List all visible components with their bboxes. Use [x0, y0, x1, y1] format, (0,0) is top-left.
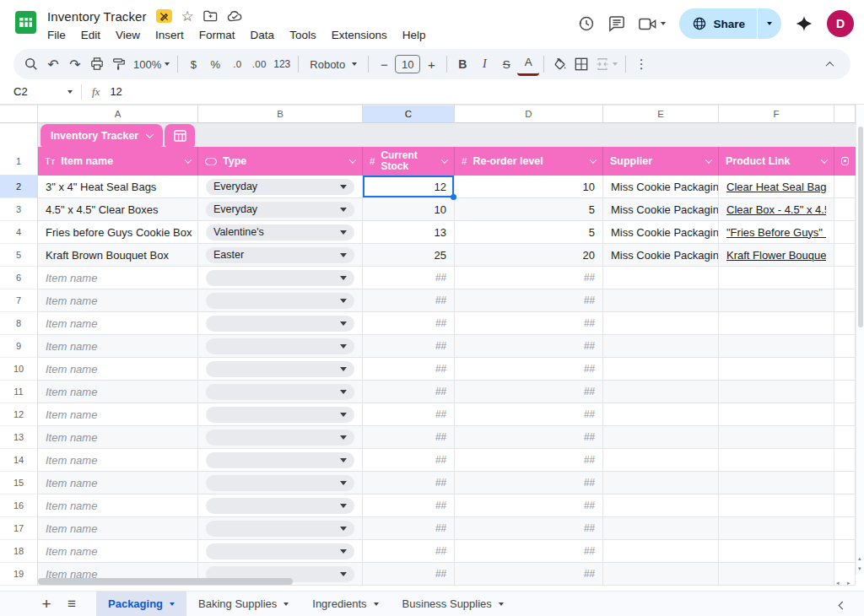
cell-F17[interactable]	[719, 517, 834, 540]
meet-dropdown-icon[interactable]	[661, 22, 666, 25]
row-header-12[interactable]: 12	[0, 403, 38, 426]
cell-C19[interactable]: ##	[363, 563, 455, 586]
cell-E15[interactable]	[603, 472, 719, 494]
cell-E2[interactable]: Miss Cookie Packaging	[603, 176, 719, 198]
row-header-5[interactable]: 5	[0, 244, 38, 267]
cell-C12[interactable]: ##	[363, 403, 455, 426]
name-box[interactable]: C2	[0, 85, 81, 98]
cell-G13[interactable]	[834, 426, 856, 449]
header-type[interactable]: Type	[198, 147, 363, 176]
cell-G12[interactable]	[834, 403, 856, 426]
add-sheet-icon[interactable]: +	[34, 592, 59, 616]
cell-A9[interactable]: Item name	[38, 335, 198, 358]
row-header-18[interactable]: 18	[0, 540, 38, 563]
cell-E4[interactable]: Miss Cookie Packaging	[603, 221, 719, 244]
font-size-input[interactable]: 10	[395, 55, 420, 73]
column-header-D[interactable]: D	[455, 105, 603, 123]
increase-decimal-button[interactable]: .00	[248, 52, 270, 76]
type-dropdown-16[interactable]	[206, 498, 354, 514]
type-dropdown-11[interactable]	[206, 384, 354, 400]
cell-A7[interactable]: Item name	[38, 289, 198, 312]
menu-extensions[interactable]: Extensions	[324, 28, 395, 42]
menu-file[interactable]: File	[47, 28, 73, 42]
cell-A18[interactable]: Item name	[38, 540, 198, 563]
type-dropdown-15[interactable]	[206, 475, 354, 491]
cell-G18[interactable]	[834, 540, 856, 563]
cell-D6[interactable]: ##	[455, 267, 603, 289]
cell-B9[interactable]	[198, 335, 363, 358]
cell-D13[interactable]: ##	[455, 426, 603, 449]
row-header-19[interactable]: 19	[0, 563, 38, 586]
borders-icon[interactable]	[570, 52, 592, 76]
header-extra-column[interactable]	[834, 147, 856, 176]
sheets-logo-icon[interactable]	[14, 11, 37, 34]
cell-C17[interactable]: ##	[363, 517, 455, 540]
cell-D18[interactable]: ##	[455, 540, 603, 563]
horizontal-scrollbar-thumb[interactable]	[38, 578, 293, 585]
cell-D9[interactable]: ##	[455, 335, 603, 358]
product-link[interactable]: "Fries Before Guys" Frenc	[726, 226, 826, 239]
cell-B16[interactable]	[198, 494, 363, 517]
cell-C9[interactable]: ##	[363, 335, 455, 358]
type-dropdown-17[interactable]	[206, 521, 354, 537]
cell-G10[interactable]	[834, 358, 856, 381]
cell-B13[interactable]	[198, 426, 363, 449]
share-button[interactable]: Share	[679, 8, 757, 39]
select-all-corner[interactable]	[0, 105, 38, 123]
column-header-E[interactable]: E	[603, 105, 719, 123]
scroll-down-icon[interactable]: ▾	[858, 565, 861, 571]
cell-G8[interactable]	[834, 312, 856, 335]
cell-E8[interactable]	[603, 312, 719, 335]
menu-format[interactable]: Format	[192, 28, 243, 42]
type-dropdown-5[interactable]: Easter	[206, 247, 354, 263]
cell-A5[interactable]: Kraft Brown Bouquet Box	[38, 244, 198, 267]
cell-G11[interactable]	[834, 381, 856, 403]
header-product-link[interactable]: Product Link	[719, 147, 834, 176]
row-header-9[interactable]: 9	[0, 335, 38, 358]
row-header-6[interactable]: 6	[0, 267, 38, 289]
column-header-G-sliver[interactable]	[834, 105, 856, 123]
cell-F7[interactable]	[719, 289, 834, 312]
cell-A11[interactable]: Item name	[38, 381, 198, 403]
cell-E16[interactable]	[603, 494, 719, 517]
cell-A3[interactable]: 4.5" x 4.5" Clear Boxes	[38, 198, 198, 221]
cell-F12[interactable]	[719, 403, 834, 426]
cell-B17[interactable]	[198, 517, 363, 540]
cell-F16[interactable]	[719, 494, 834, 517]
format-percent-button[interactable]: %	[204, 52, 226, 76]
sheet-tab-ingredients[interactable]: Ingredients	[300, 592, 390, 616]
header-dropdown-icon[interactable]	[349, 156, 356, 163]
search-icon[interactable]	[20, 52, 42, 76]
row-header-15[interactable]: 15	[0, 472, 38, 494]
sheet-tab-baking-supplies[interactable]: Baking Supplies	[186, 592, 300, 616]
type-dropdown-13[interactable]	[206, 430, 354, 446]
type-dropdown-10[interactable]	[206, 361, 354, 377]
decrease-decimal-button[interactable]: .0	[226, 52, 248, 76]
header-current-stock[interactable]: # Current Stock	[363, 147, 455, 176]
version-history-icon[interactable]	[578, 15, 595, 32]
paint-format-icon[interactable]	[108, 52, 130, 76]
cell-B3[interactable]: Everyday	[198, 198, 363, 221]
cell-A8[interactable]: Item name	[38, 312, 198, 335]
cell-C3[interactable]: 10	[363, 198, 455, 221]
menu-view[interactable]: View	[108, 28, 148, 42]
cell-E5[interactable]: Miss Cookie Packaging	[603, 244, 719, 267]
header-reorder-level[interactable]: # Re-order level	[455, 147, 603, 176]
print-icon[interactable]	[86, 52, 108, 76]
cell-D16[interactable]: ##	[455, 494, 603, 517]
menu-insert[interactable]: Insert	[148, 28, 192, 42]
column-header-C[interactable]: C	[363, 105, 455, 123]
cell-F5[interactable]: Kraft Flower Bouquet Bo	[719, 244, 834, 267]
font-select[interactable]: Roboto	[303, 52, 364, 76]
sheet-tab-packaging[interactable]: Packaging	[96, 592, 186, 616]
row-header-8[interactable]: 8	[0, 312, 38, 335]
sheet-tab-menu-icon[interactable]	[170, 602, 175, 606]
sheet-tab-business-supplies[interactable]: Business Supplies	[391, 592, 516, 616]
cell-C18[interactable]: ##	[363, 540, 455, 563]
cell-C15[interactable]: ##	[363, 472, 455, 494]
product-link[interactable]: Clear Box - 4.5" x 4.5" x 3	[726, 203, 826, 216]
row-header-7[interactable]: 7	[0, 289, 38, 312]
cell-F4[interactable]: "Fries Before Guys" Frenc	[719, 221, 834, 244]
header-dropdown-icon[interactable]	[821, 156, 828, 163]
cell-E3[interactable]: Miss Cookie Packaging	[603, 198, 719, 221]
